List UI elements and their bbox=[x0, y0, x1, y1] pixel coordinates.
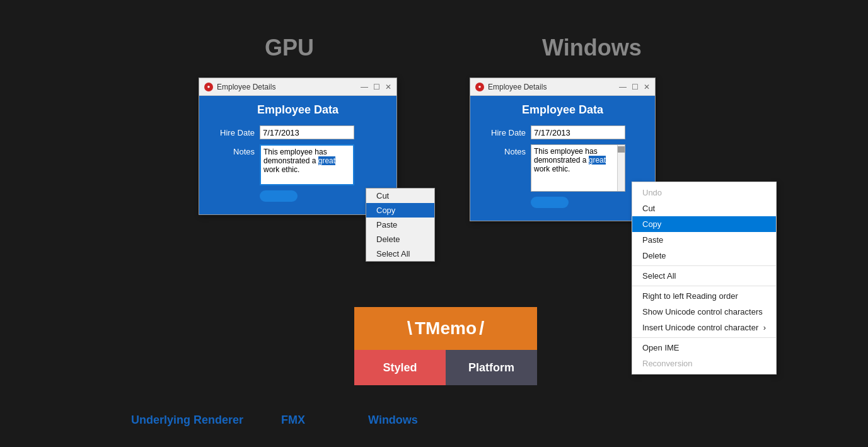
gpu-menu-cut[interactable]: Cut bbox=[366, 189, 434, 203]
win-window-titlebar: ● Employee Details — ☐ ✕ bbox=[470, 78, 655, 96]
win-scroll-indicator bbox=[531, 197, 569, 208]
gpu-menu-paste[interactable]: Paste bbox=[366, 218, 434, 232]
logo-box: \ TMemo / Styled Platform bbox=[354, 307, 537, 385]
fmx-label: FMX bbox=[281, 414, 305, 427]
logo-bottom: Styled Platform bbox=[354, 350, 537, 385]
win-form-title: Employee Data bbox=[480, 103, 645, 117]
win-menu-reconversion[interactable]: Reconversion bbox=[632, 356, 776, 371]
win-hire-date-input[interactable] bbox=[531, 125, 625, 139]
logo-tmemo-text: TMemo bbox=[415, 318, 477, 339]
win-window-icon: ● bbox=[475, 83, 484, 91]
win-menu-delete[interactable]: Delete bbox=[632, 248, 776, 264]
gpu-menu-delete[interactable]: Delete bbox=[366, 232, 434, 247]
win-menu-paste[interactable]: Paste bbox=[632, 232, 776, 248]
logo-slash-left: \ bbox=[407, 318, 412, 339]
gpu-scroll-indicator bbox=[260, 190, 298, 202]
win-separator-1 bbox=[632, 265, 776, 266]
win-notes-label: Notes bbox=[480, 144, 526, 156]
bottom-labels: Underlying Renderer FMX Windows bbox=[131, 414, 418, 427]
win-menu-select-all[interactable]: Select All bbox=[632, 268, 776, 284]
windows-label: Windows bbox=[542, 35, 642, 61]
logo-styled-text: Styled bbox=[354, 350, 446, 385]
win-window: ● Employee Details — ☐ ✕ Employee Data H… bbox=[470, 78, 656, 221]
gpu-notes-row: Notes This employee has demonstrated a g… bbox=[209, 144, 386, 185]
win-hire-date-label: Hire Date bbox=[480, 125, 526, 137]
win-menu-open-ime[interactable]: Open IME bbox=[632, 340, 776, 356]
gpu-context-menu: Cut Copy Paste Delete Select All bbox=[366, 188, 435, 262]
gpu-notes-label: Notes bbox=[209, 144, 255, 156]
gpu-close-btn[interactable]: ✕ bbox=[385, 83, 391, 91]
gpu-hire-date-row: Hire Date bbox=[209, 125, 386, 139]
win-separator-2 bbox=[632, 286, 776, 286]
gpu-notes-textarea[interactable]: This employee has demonstrated a great w… bbox=[260, 144, 354, 185]
win-window-controls[interactable]: — ☐ ✕ bbox=[619, 83, 650, 91]
win-notes-textarea[interactable]: This employee has demonstrated a great w… bbox=[531, 144, 625, 192]
gpu-window-title: Employee Details bbox=[217, 83, 361, 91]
win-menu-copy[interactable]: Copy bbox=[632, 216, 776, 232]
win-employee-form: Employee Data Hire Date Notes This emplo… bbox=[470, 96, 655, 221]
gpu-hire-date-input[interactable] bbox=[260, 125, 354, 139]
gpu-window-titlebar: ● Employee Details — ☐ ✕ bbox=[199, 78, 396, 96]
win-close-btn[interactable]: ✕ bbox=[644, 83, 650, 91]
logo-area: \ TMemo / Styled Platform bbox=[354, 307, 537, 385]
windows-bottom-label: Windows bbox=[368, 414, 418, 427]
gpu-form-title: Employee Data bbox=[209, 103, 386, 117]
win-menu-unicode-insert[interactable]: Insert Unicode control character › bbox=[632, 320, 776, 335]
gpu-label: GPU bbox=[265, 35, 314, 61]
win-menu-unicode-show[interactable]: Show Unicode control characters bbox=[632, 304, 776, 320]
gpu-menu-select-all[interactable]: Select All bbox=[366, 247, 434, 261]
logo-top: \ TMemo / bbox=[354, 307, 537, 350]
gpu-hire-date-label: Hire Date bbox=[209, 125, 255, 137]
gpu-window-controls[interactable]: — ☐ ✕ bbox=[361, 83, 391, 91]
gpu-maximize-btn[interactable]: ☐ bbox=[373, 83, 380, 91]
gpu-minimize-btn[interactable]: — bbox=[361, 83, 368, 91]
win-maximize-btn[interactable]: ☐ bbox=[632, 83, 639, 91]
logo-slash-right: / bbox=[479, 318, 484, 339]
win-notes-row: Notes This employee has demonstrated a g… bbox=[480, 144, 645, 192]
underlying-renderer-label: Underlying Renderer bbox=[131, 414, 243, 427]
win-menu-cut[interactable]: Cut bbox=[632, 200, 776, 216]
win-context-menu: Undo Cut Copy Paste Delete Select All Ri… bbox=[632, 182, 777, 374]
gpu-window-icon: ● bbox=[204, 83, 213, 91]
logo-platform-text: Platform bbox=[446, 350, 537, 385]
win-menu-rtl[interactable]: Right to left Reading order bbox=[632, 288, 776, 304]
gpu-menu-copy[interactable]: Copy bbox=[366, 203, 434, 218]
win-window-title: Employee Details bbox=[488, 83, 619, 91]
win-separator-3 bbox=[632, 337, 776, 338]
win-hire-date-row: Hire Date bbox=[480, 125, 645, 139]
win-menu-undo[interactable]: Undo bbox=[632, 185, 776, 200]
win-minimize-btn[interactable]: — bbox=[619, 83, 627, 91]
